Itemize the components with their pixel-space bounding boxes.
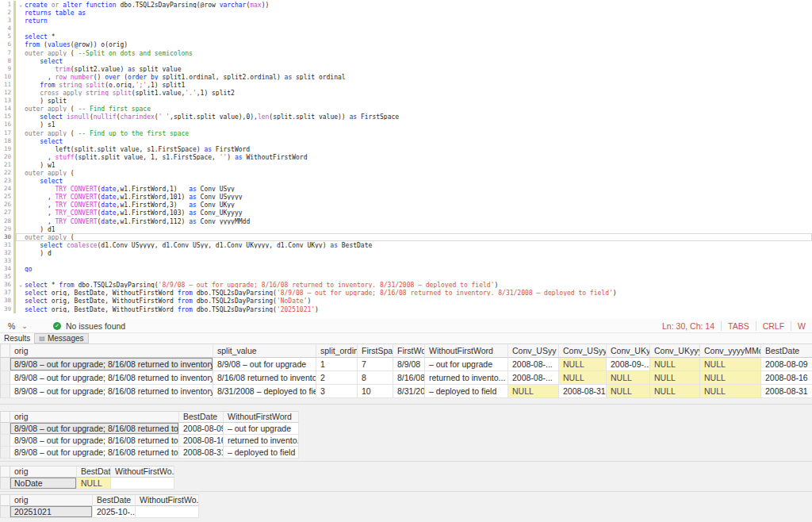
- grid-cell[interactable]: NULL: [700, 385, 761, 398]
- code-line-29[interactable]: 29 ) d1: [0, 225, 812, 233]
- grid-cell[interactable]: 2008-08-...: [508, 358, 559, 371]
- select-all-corner[interactable]: [0, 411, 10, 423]
- row-header[interactable]: [0, 371, 10, 385]
- grid-cell[interactable]: NULL: [650, 371, 700, 385]
- status-item-crlf[interactable]: CRLF: [756, 321, 791, 331]
- column-header[interactable]: Conv_USyyyy: [559, 344, 607, 358]
- grid-cell[interactable]: – deployed to field: [425, 385, 508, 398]
- column-header[interactable]: BestDate: [179, 411, 224, 423]
- grid-cell[interactable]: 2008-08-31: [761, 385, 812, 398]
- grid-cell[interactable]: [136, 506, 199, 518]
- grid-cell[interactable]: 8/31/2008 – deployed to fie...: [213, 385, 316, 398]
- grid-cell[interactable]: 2008-08-31: [559, 385, 607, 398]
- row-header[interactable]: [0, 506, 10, 518]
- grid-cell[interactable]: 8/9/08: [393, 358, 425, 371]
- row-header[interactable]: [0, 385, 10, 398]
- row-header[interactable]: [0, 478, 10, 489]
- grid-cell[interactable]: 8/9/08 – out for upgrade; 8/16/08 return…: [10, 358, 213, 371]
- code-line-38[interactable]: 38select orig, BestDate, WithoutFirstWor…: [0, 297, 812, 305]
- fold-chevron-icon[interactable]: ⌄: [17, 282, 25, 288]
- results-splitter[interactable]: [0, 404, 812, 405]
- code-line-18[interactable]: 18 select: [0, 137, 812, 145]
- column-header[interactable]: WithoutFirstWord: [224, 411, 299, 423]
- column-header[interactable]: orig: [10, 494, 93, 506]
- code-line-8[interactable]: 8 select: [0, 57, 812, 65]
- grid-cell[interactable]: NULL: [559, 371, 607, 385]
- sql-editor[interactable]: 1⌄create or alter function dbo.TSQL2sDay…: [0, 0, 812, 320]
- code-line-2[interactable]: 2returns table as: [0, 9, 812, 17]
- code-line-39[interactable]: 39select orig, BestDate, WithoutFirstWor…: [0, 305, 812, 313]
- grid-cell[interactable]: 2025-10-...: [93, 506, 136, 518]
- row-header[interactable]: [0, 447, 10, 459]
- code-line-24[interactable]: 24 TRY_CONVERT(date,w1.FirstWord,1) as C…: [0, 185, 812, 193]
- column-header[interactable]: Conv_UKyyyy: [650, 344, 700, 358]
- grid-cell[interactable]: 8/9/08 – out for upgrade: [213, 358, 316, 371]
- grid-cell[interactable]: 8/9/08 – out for upgrade; 8/16/08 return…: [10, 435, 179, 447]
- code-line-21[interactable]: 21 ) w1: [0, 161, 812, 169]
- code-line-12[interactable]: 12 cross apply string_split(split1.value…: [0, 89, 812, 97]
- grid-cell[interactable]: NULL: [700, 358, 761, 371]
- grid-cell[interactable]: – out for upgrade: [224, 423, 299, 435]
- code-line-7[interactable]: 7outer apply ( --Split on dots and semic…: [0, 49, 812, 57]
- grid-cell[interactable]: NULL: [77, 478, 111, 489]
- column-header[interactable]: Conv_yyyyMMdd: [700, 344, 761, 358]
- column-header[interactable]: WithoutFirstWo...: [136, 494, 199, 506]
- code-line-1[interactable]: 1⌄create or alter function dbo.TSQL2sDay…: [0, 1, 812, 9]
- grid-cell[interactable]: 8/16/08: [393, 371, 425, 385]
- zoom-percent-dropdown[interactable]: % ⌄: [8, 321, 28, 331]
- issues-status[interactable]: ✓ No issues found: [53, 321, 125, 331]
- code-line-35[interactable]: 35: [0, 273, 812, 281]
- code-line-28[interactable]: 28 , TRY_CONVERT(date,w1.FirstWord,112) …: [0, 217, 812, 225]
- column-header[interactable]: FirstWord: [393, 344, 425, 358]
- column-header[interactable]: BestDate: [77, 466, 111, 478]
- grid-cell[interactable]: 8/16/08 returned to invento...: [213, 371, 316, 385]
- column-header[interactable]: orig: [10, 411, 179, 423]
- code-area[interactable]: 1⌄create or alter function dbo.TSQL2sDay…: [0, 1, 812, 313]
- code-line-32[interactable]: 32 ) d: [0, 249, 812, 257]
- code-line-22[interactable]: 22outer apply (: [0, 169, 812, 177]
- select-all-corner[interactable]: [0, 494, 10, 506]
- results-splitter[interactable]: [0, 491, 812, 492]
- column-header[interactable]: FirstSpace: [358, 344, 393, 358]
- grid-cell[interactable]: 2: [316, 371, 358, 385]
- grid-cell[interactable]: 3: [316, 385, 358, 398]
- code-line-14[interactable]: 14outer apply ( -- Find first space: [0, 105, 812, 113]
- code-line-10[interactable]: 10 , row_number() over (order by split1.…: [0, 73, 812, 81]
- row-header[interactable]: [0, 423, 10, 435]
- grid-cell[interactable]: 2008-09-...: [607, 358, 650, 371]
- tab-results[interactable]: Results: [0, 333, 34, 344]
- code-line-20[interactable]: 20 , stuff(split.split_value, 1, s1.Firs…: [0, 153, 812, 161]
- grid-cell[interactable]: 8: [358, 371, 393, 385]
- code-line-34[interactable]: 34go: [0, 265, 812, 273]
- code-line-17[interactable]: 17outer apply ( -- Find up to the first …: [0, 129, 812, 137]
- grid-cell[interactable]: NULL: [508, 385, 559, 398]
- column-header[interactable]: WithoutFirstWo...: [111, 466, 174, 478]
- code-line-23[interactable]: 23 select: [0, 177, 812, 185]
- code-line-37[interactable]: 37select orig, BestDate, WithoutFirstWor…: [0, 289, 812, 297]
- row-header[interactable]: [0, 435, 10, 447]
- column-header[interactable]: orig: [10, 466, 77, 478]
- select-all-corner[interactable]: [0, 466, 10, 478]
- grid-cell[interactable]: 2008-08-...: [508, 371, 559, 385]
- code-line-30[interactable]: 30outer apply (: [0, 233, 812, 241]
- tab-messages[interactable]: ▤ Messages: [34, 333, 88, 344]
- code-line-33[interactable]: 33: [0, 257, 812, 265]
- results-splitter[interactable]: [0, 461, 812, 462]
- code-line-6[interactable]: 6from (values(@row)) o(orig): [0, 40, 812, 48]
- grid-cell[interactable]: 7: [358, 358, 393, 371]
- code-line-26[interactable]: 26 , TRY_CONVERT(date,w1.FirstWord,3) as…: [0, 201, 812, 209]
- grid-cell[interactable]: 8/31/20...: [393, 385, 425, 398]
- code-line-31[interactable]: 31 select coalesce(d1.Conv_USyyyy, d1.Co…: [0, 241, 812, 249]
- grid-cell[interactable]: NULL: [650, 385, 700, 398]
- column-header[interactable]: split_ordin...: [316, 344, 358, 358]
- code-line-15[interactable]: 15 select isnull(nullif(charindex(' ',sp…: [0, 113, 812, 121]
- grid-cell[interactable]: 1: [316, 358, 358, 371]
- grid-cell[interactable]: returned to invento...: [425, 371, 508, 385]
- column-header[interactable]: split_value: [213, 344, 316, 358]
- grid-cell[interactable]: 2008-08-16: [179, 435, 224, 447]
- grid-cell[interactable]: 2008-08-09: [179, 423, 224, 435]
- column-header[interactable]: Conv_UKyy: [607, 344, 650, 358]
- grid-cell[interactable]: NULL: [607, 371, 650, 385]
- column-header[interactable]: BestDate: [761, 344, 812, 358]
- column-header[interactable]: Conv_USyy: [508, 344, 559, 358]
